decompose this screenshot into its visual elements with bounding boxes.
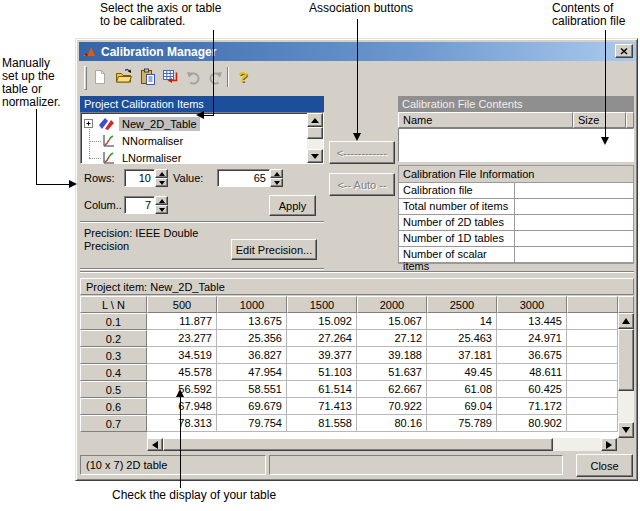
- scroll-down-button[interactable]: [307, 149, 323, 163]
- spin-down-button[interactable]: [155, 178, 168, 187]
- tree-item-label[interactable]: NNormaliser: [119, 134, 186, 148]
- row-header[interactable]: 0.4: [80, 364, 147, 381]
- edit-precision-button[interactable]: Edit Precision...: [231, 239, 317, 260]
- table-cell[interactable]: 11.877: [147, 313, 217, 330]
- table-cell[interactable]: 36.827: [217, 347, 287, 364]
- row-header[interactable]: 0.5: [80, 381, 147, 398]
- vscroll-thumb[interactable]: [618, 329, 634, 391]
- spin-up-button[interactable]: [155, 169, 168, 178]
- table-cell[interactable]: 62.667: [357, 381, 427, 398]
- table-cell[interactable]: 37.181: [427, 347, 497, 364]
- scroll-down-button[interactable]: [618, 422, 634, 438]
- table-cell[interactable]: 14: [427, 313, 497, 330]
- column-header[interactable]: 2500: [427, 296, 497, 313]
- table-cell[interactable]: 79.754: [217, 415, 287, 432]
- help-button[interactable]: ?: [232, 65, 254, 87]
- table-cell[interactable]: 27.264: [287, 330, 357, 347]
- table-cell[interactable]: 80.902: [497, 415, 567, 432]
- row-header[interactable]: 0.3: [80, 347, 147, 364]
- close-window-button[interactable]: [615, 44, 633, 58]
- column-header[interactable]: 3000: [497, 296, 567, 313]
- tree-item-lnormaliser[interactable]: LNormaliser: [83, 149, 184, 166]
- file-contents-list[interactable]: [398, 128, 634, 162]
- rows-input[interactable]: [124, 169, 155, 187]
- table-cell[interactable]: 75.789: [427, 415, 497, 432]
- hscroll-thumb[interactable]: [163, 438, 553, 451]
- column-header[interactable]: 2000: [357, 296, 427, 313]
- table-cell[interactable]: 39.377: [287, 347, 357, 364]
- table-cell[interactable]: 78.313: [147, 415, 217, 432]
- spin-up-button[interactable]: [270, 169, 283, 178]
- columns-input[interactable]: [124, 196, 155, 214]
- table-cell[interactable]: 51.637: [357, 364, 427, 381]
- table-cell[interactable]: 23.277: [147, 330, 217, 347]
- scroll-right-button[interactable]: [601, 438, 617, 451]
- scroll-thumb[interactable]: [307, 127, 323, 139]
- table-cell[interactable]: 51.103: [287, 364, 357, 381]
- table-cell[interactable]: 61.08: [427, 381, 497, 398]
- spin-down-button[interactable]: [155, 205, 168, 214]
- toolbar-grip[interactable]: [84, 66, 87, 90]
- table-cell[interactable]: 71.172: [497, 398, 567, 415]
- tree-scrollbar[interactable]: [307, 113, 323, 163]
- row-header[interactable]: 0.2: [80, 330, 147, 347]
- auto-associate-button[interactable]: <-- Auto --: [329, 173, 395, 196]
- size-column-header[interactable]: Size: [573, 112, 626, 128]
- table-cell[interactable]: 48.611: [497, 364, 567, 381]
- table-cell[interactable]: 27.12: [357, 330, 427, 347]
- column-header[interactable]: 1500: [287, 296, 357, 313]
- table-cell[interactable]: 39.188: [357, 347, 427, 364]
- row-header[interactable]: 0.1: [80, 313, 147, 330]
- table-cell[interactable]: 15.092: [287, 313, 357, 330]
- scroll-up-button[interactable]: [307, 113, 323, 127]
- value-input[interactable]: [217, 169, 270, 187]
- apply-button[interactable]: Apply: [269, 195, 316, 216]
- row-header[interactable]: 0.7: [80, 415, 147, 432]
- import-table-button[interactable]: [160, 66, 182, 88]
- table-vscrollbar[interactable]: [618, 313, 634, 438]
- name-column-header[interactable]: Name: [398, 112, 573, 128]
- table-cell[interactable]: 34.519: [147, 347, 217, 364]
- scroll-up-button[interactable]: [618, 313, 634, 329]
- row-header[interactable]: 0.6: [80, 398, 147, 415]
- spin-down-button[interactable]: [270, 178, 283, 187]
- undo-button[interactable]: [183, 66, 205, 88]
- table-cell[interactable]: 67.948: [147, 398, 217, 415]
- associate-button[interactable]: <------------: [329, 141, 395, 164]
- table-cell[interactable]: 69.679: [217, 398, 287, 415]
- table-cell[interactable]: 45.578: [147, 364, 217, 381]
- scroll-left-button[interactable]: [147, 438, 163, 451]
- tree-item-label[interactable]: New_2D_Table: [119, 117, 200, 131]
- redo-button[interactable]: [204, 66, 226, 88]
- table-cell[interactable]: 25.356: [217, 330, 287, 347]
- table-cell[interactable]: 25.463: [427, 330, 497, 347]
- spin-up-button[interactable]: [155, 196, 168, 205]
- table-cell[interactable]: 15.067: [357, 313, 427, 330]
- paste-button[interactable]: [137, 66, 159, 88]
- table-cell[interactable]: 47.954: [217, 364, 287, 381]
- table-cell[interactable]: 58.551: [217, 381, 287, 398]
- table-cell[interactable]: 13.675: [217, 313, 287, 330]
- column-header[interactable]: 1000: [217, 296, 287, 313]
- tree-item-nnormaliser[interactable]: NNormaliser: [83, 132, 186, 149]
- table-cell[interactable]: 61.514: [287, 381, 357, 398]
- expand-plus-icon[interactable]: [84, 119, 93, 128]
- table-cell[interactable]: 36.675: [497, 347, 567, 364]
- table-cell[interactable]: 80.16: [357, 415, 427, 432]
- table-cell[interactable]: 71.413: [287, 398, 357, 415]
- tree-item-new-2d-table[interactable]: New_2D_Table: [83, 115, 200, 132]
- table-cell[interactable]: 81.558: [287, 415, 357, 432]
- table-cell[interactable]: 24.971: [497, 330, 567, 347]
- table-hscrollbar[interactable]: [80, 438, 634, 451]
- table-cell[interactable]: 49.45: [427, 364, 497, 381]
- table-cell[interactable]: 69.04: [427, 398, 497, 415]
- column-header[interactable]: 500: [147, 296, 217, 313]
- open-file-button[interactable]: [113, 66, 135, 88]
- corner-header-cell[interactable]: L \ N: [80, 296, 147, 313]
- table-cell[interactable]: 60.425: [497, 381, 567, 398]
- new-file-button[interactable]: [89, 66, 111, 88]
- close-dialog-button[interactable]: Close: [576, 454, 633, 477]
- table-cell[interactable]: 70.922: [357, 398, 427, 415]
- table-cell[interactable]: 13.445: [497, 313, 567, 330]
- tree-item-label[interactable]: LNormaliser: [119, 151, 184, 165]
